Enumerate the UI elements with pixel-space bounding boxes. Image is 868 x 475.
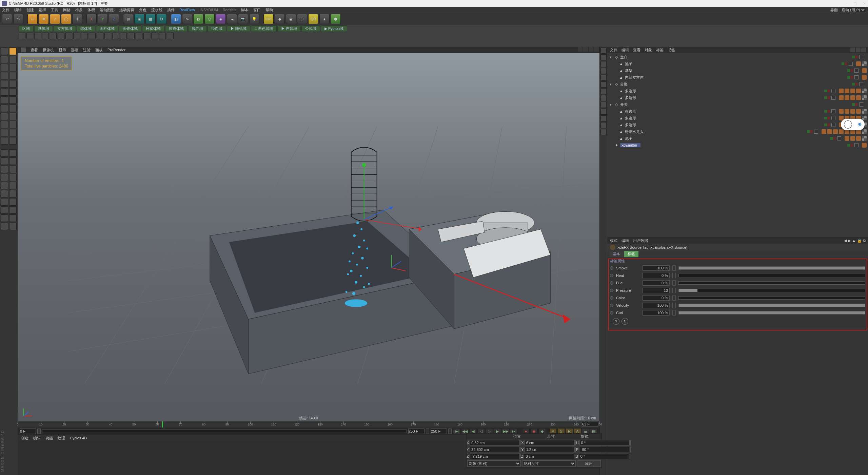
object-name[interactable]: 多边形 <box>625 109 645 114</box>
vp-menu-item[interactable]: 选项 <box>71 48 78 53</box>
visibility-dot[interactable] <box>824 90 827 92</box>
menu-item[interactable]: 创建 <box>26 7 34 13</box>
texture-tag-icon[interactable] <box>862 136 867 141</box>
om-menu-item[interactable]: 文件 <box>610 48 617 53</box>
undo-button[interactable]: ↶ <box>2 14 12 24</box>
tag-icon[interactable] <box>856 136 861 141</box>
add-environment[interactable]: ☁ <box>227 14 237 24</box>
palette-button[interactable] <box>1 182 8 189</box>
tag-icon[interactable] <box>856 89 861 93</box>
field-slider[interactable] <box>678 304 865 307</box>
vp-menu-item[interactable]: 摄像机 <box>43 48 54 53</box>
texture-tag-icon[interactable] <box>862 95 867 100</box>
field-tab[interactable]: 基体域 <box>34 25 53 32</box>
anim-dot-icon[interactable] <box>610 274 613 277</box>
anim-dot-icon[interactable] <box>610 289 613 292</box>
render-settings[interactable]: ⚙ <box>157 14 167 24</box>
enable-checkbox[interactable] <box>831 89 835 93</box>
axis-z[interactable]: Z <box>109 14 119 24</box>
render-dot[interactable] <box>827 90 830 92</box>
visibility-dot[interactable] <box>842 62 844 65</box>
axis-x[interactable]: X <box>86 14 97 24</box>
menu-item[interactable]: 窗口 <box>253 7 261 13</box>
field-icon[interactable] <box>19 33 25 39</box>
texture-tag-icon[interactable] <box>862 116 867 120</box>
shelf-icon[interactable] <box>600 75 607 81</box>
spinner[interactable] <box>672 295 676 301</box>
vp-menu-item[interactable]: ProRender <box>107 48 125 52</box>
object-name[interactable]: 多边形 <box>625 89 645 94</box>
am-tab-tag[interactable]: 标签 <box>624 251 638 257</box>
palette-button[interactable] <box>1 80 8 88</box>
menu-item[interactable]: 选择 <box>39 7 46 13</box>
expand-icon[interactable]: ▾ <box>609 102 613 107</box>
menu-item[interactable]: INSYDIUM <box>200 8 218 12</box>
vp-corner-icon[interactable] <box>578 47 583 52</box>
tag-icon[interactable] <box>856 61 861 66</box>
vp-corner-icon[interactable] <box>589 47 593 52</box>
palette-button[interactable] <box>9 223 17 230</box>
render-dot[interactable] <box>827 96 830 99</box>
field-icon[interactable] <box>65 33 72 39</box>
render-dot[interactable] <box>845 62 847 65</box>
maximize-button[interactable]: ▢ <box>853 1 857 6</box>
render-dot[interactable] <box>855 83 858 86</box>
filter-icon[interactable] <box>856 48 861 52</box>
field-icon[interactable] <box>26 33 33 39</box>
palette-button[interactable] <box>1 137 8 145</box>
spinner[interactable] <box>630 440 631 445</box>
position-input[interactable] <box>470 440 520 445</box>
shelf-icon[interactable] <box>600 122 607 128</box>
enable-checkbox[interactable] <box>854 69 859 73</box>
range-slider[interactable] <box>42 430 407 433</box>
field-icon[interactable] <box>120 33 127 39</box>
nav-up-icon[interactable]: ▲ <box>852 239 856 243</box>
visibility-dot[interactable] <box>852 83 855 86</box>
om-menu-item[interactable]: 编辑 <box>622 48 629 53</box>
menu-item[interactable]: Redshift <box>223 8 236 12</box>
tag-icon[interactable] <box>862 75 867 80</box>
visibility-dot[interactable] <box>847 76 850 79</box>
field-input[interactable] <box>643 265 670 271</box>
om-menu-item[interactable]: 查看 <box>633 48 640 53</box>
current-frame-input[interactable] <box>582 422 598 426</box>
palette-button[interactable] <box>9 88 17 96</box>
position-input[interactable] <box>470 447 520 452</box>
object-name[interactable]: 多边形 <box>625 116 645 121</box>
field-icon[interactable] <box>58 33 64 39</box>
anim-dot-icon[interactable] <box>610 296 613 300</box>
am-menu-item[interactable]: 编辑 <box>622 238 629 243</box>
goto-start[interactable]: ⏮ <box>453 428 460 434</box>
tag-icon[interactable] <box>845 95 849 100</box>
palette-button[interactable] <box>1 104 8 112</box>
menu-item[interactable]: 流水线 <box>151 7 162 13</box>
spinner[interactable] <box>672 303 676 308</box>
mograph-button[interactable]: ◆ <box>275 14 285 24</box>
palette-button[interactable] <box>9 80 17 88</box>
field-icon[interactable] <box>104 33 111 39</box>
palette-button[interactable] <box>9 198 17 206</box>
menu-item[interactable]: 运动剪辑 <box>119 7 134 13</box>
field-icon[interactable] <box>151 33 158 39</box>
object-name[interactable]: 开关 <box>620 102 640 107</box>
search-icon[interactable] <box>850 48 855 52</box>
spinner[interactable] <box>672 265 676 271</box>
object-name[interactable]: xpEmitter <box>620 143 640 147</box>
select-tool[interactable]: ▭ <box>27 14 38 24</box>
visibility-dot[interactable] <box>852 103 855 106</box>
expand-icon[interactable]: ▾ <box>609 55 613 59</box>
shelf-icon[interactable] <box>600 115 607 121</box>
palette-button[interactable] <box>1 166 8 173</box>
field-tab[interactable]: 径向域 <box>208 25 226 32</box>
misc2-button[interactable]: ⬢ <box>331 14 341 24</box>
om-row[interactable]: ▲ 内部立方体 <box>609 74 867 81</box>
om-row[interactable]: ▲ 多边形 <box>609 115 867 121</box>
om-row[interactable]: ▲ 多边形 <box>609 94 867 101</box>
visibility-dot[interactable] <box>852 56 855 58</box>
field-tab[interactable]: 圆锥体域 <box>119 25 141 32</box>
palette-button[interactable] <box>9 96 17 104</box>
spinner[interactable] <box>672 288 676 293</box>
field-icon[interactable] <box>34 33 41 39</box>
visibility-dot[interactable] <box>824 124 827 126</box>
shelf-icon[interactable] <box>600 95 607 101</box>
